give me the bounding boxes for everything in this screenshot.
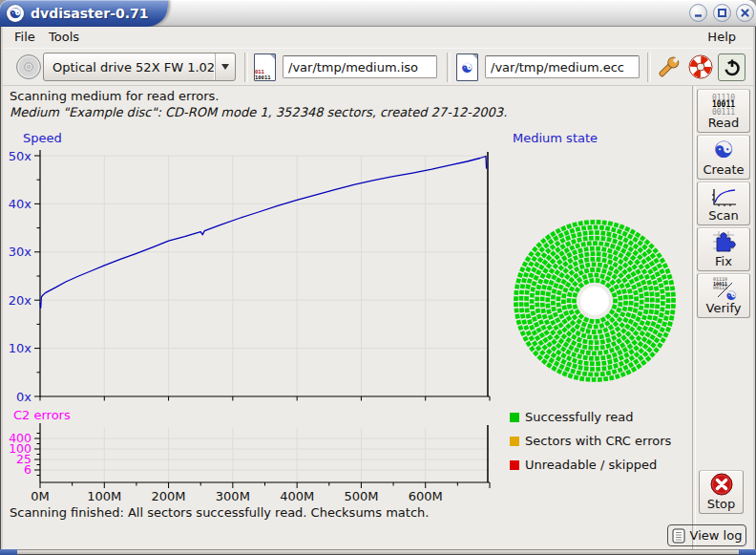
power-icon xyxy=(723,58,742,77)
puzzle-piece-icon xyxy=(710,229,737,254)
stop-icon xyxy=(709,472,734,497)
quit-button[interactable] xyxy=(718,53,746,81)
iso-path-field[interactable] xyxy=(283,55,437,78)
x-axis-label: 100M xyxy=(87,489,121,503)
dvdisaster-window: ☯ dvdisaster-0.71 File Tools Help Opti xyxy=(0,0,756,555)
x-axis-label: 0M xyxy=(31,489,50,503)
toolbar: Optical drive 52X FW 1.02 011 10011 0011… xyxy=(3,48,753,86)
status-message: Scanning finished: All sectors successfu… xyxy=(10,505,429,520)
speed-curve-icon xyxy=(709,187,738,208)
close-icon xyxy=(740,8,750,18)
medium-state-disc xyxy=(510,216,680,386)
ecc-file-icon: ☯ xyxy=(456,53,478,81)
medium-state-legend: Successfully read Sectors with CRC error… xyxy=(510,405,691,477)
create-button[interactable]: ☯ Create xyxy=(697,135,750,180)
binary-vs-yinyang-icon: 01110 10011 00111 ☯ xyxy=(709,276,738,301)
legend-swatch-green xyxy=(510,413,519,422)
disc-hub-hole xyxy=(580,287,609,315)
preferences-wrench-icon[interactable] xyxy=(655,53,682,82)
read-button[interactable]: 01110 10011 00111 Read xyxy=(697,89,750,133)
window-border-bottom xyxy=(0,549,756,555)
heading-line1: Scanning medium for read errors. xyxy=(10,89,219,103)
legend-item: Sectors with CRC errors xyxy=(510,429,691,453)
menu-file[interactable]: File xyxy=(10,27,39,48)
medium-state-title: Medium state xyxy=(513,131,598,145)
yin-yang-icon: ☯ xyxy=(713,138,734,162)
drive-selector-dropdown[interactable]: Optical drive 52X FW 1.02 xyxy=(43,53,236,81)
heading-line2: Medium "Example disc": CD-ROM mode 1, 35… xyxy=(10,105,507,119)
help-lifebelt-icon[interactable] xyxy=(687,53,714,80)
x-axis-label: 300M xyxy=(216,489,250,503)
view-log-label: View log xyxy=(690,528,743,543)
drive-selector-value: Optical drive 52X FW 1.02 xyxy=(44,60,215,75)
gridlines xyxy=(40,156,490,482)
tick-labels: 0x10x20x30x40x50x4001002560M100M200M300M… xyxy=(9,149,443,504)
ecc-path-field[interactable] xyxy=(485,55,640,78)
x-axis-label: 500M xyxy=(344,489,378,503)
chevron-down-icon xyxy=(221,64,229,70)
menu-tools[interactable]: Tools xyxy=(45,27,83,48)
toolbar-separator xyxy=(447,53,451,82)
titlebar-tab: ☯ dvdisaster-0.71 xyxy=(0,0,168,27)
legend-label: Unreadable / skipped xyxy=(525,458,657,472)
legend-label: Sectors with CRC errors xyxy=(525,434,671,448)
legend-item: Successfully read xyxy=(510,405,691,429)
legend-item: Unreadable / skipped xyxy=(510,453,691,477)
speed-y-label: 30x xyxy=(9,245,32,259)
menu-help[interactable]: Help xyxy=(704,27,740,48)
window-title: dvdisaster-0.71 xyxy=(31,6,149,21)
speed-y-label: 20x xyxy=(9,293,32,308)
minimize-icon xyxy=(693,8,704,18)
dropdown-arrow-box xyxy=(215,53,235,80)
doc-fold xyxy=(472,53,478,60)
speed-y-label: 40x xyxy=(9,197,32,211)
window-titlebar[interactable]: ☯ dvdisaster-0.71 xyxy=(0,0,756,27)
charts-canvas: 0x10x20x30x40x50x4001002560M100M200M300M… xyxy=(0,127,504,507)
app-yinyang-icon: ☯ xyxy=(7,5,24,22)
speed-y-label: 10x xyxy=(9,341,32,355)
action-heading: Scanning medium for read errors. Medium … xyxy=(3,86,688,128)
window-corner-right[interactable] xyxy=(739,549,756,555)
minimize-button[interactable] xyxy=(689,4,707,22)
legend-label: Successfully read xyxy=(525,410,633,424)
legend-swatch-red xyxy=(510,460,519,470)
iso-image-icon: 011 10011 00111 xyxy=(254,53,276,81)
speed-y-label: 50x xyxy=(9,149,32,163)
binary-digits-icon: 01110 10011 00111 xyxy=(712,95,735,117)
close-button[interactable] xyxy=(736,4,754,22)
legend-swatch-yellow xyxy=(510,437,519,446)
ecc-yinyang-glyph: ☯ xyxy=(461,60,473,75)
speed-y-label: 0x xyxy=(16,390,32,404)
window-corner-left[interactable] xyxy=(0,549,17,555)
doc-fold xyxy=(269,53,276,60)
axes xyxy=(40,150,490,482)
x-axis-label: 400M xyxy=(280,489,314,503)
iso-icon-binary-rows: 011 10011 00111 xyxy=(255,58,275,81)
c2-y-label: 6 xyxy=(24,462,32,477)
menubar: File Tools Help xyxy=(3,27,753,48)
fix-button[interactable]: Fix xyxy=(697,227,750,271)
maximize-button[interactable] xyxy=(713,4,731,22)
stop-button[interactable]: Stop xyxy=(699,470,744,514)
speed-curve xyxy=(40,157,487,309)
optical-drive-icon xyxy=(15,53,42,80)
maximize-icon xyxy=(717,8,727,18)
toolbar-separator xyxy=(647,53,651,82)
verify-button[interactable]: 01110 10011 00111 ☯ Verify xyxy=(697,273,750,318)
toolbar-separator xyxy=(244,53,248,82)
x-axis-label: 600M xyxy=(409,489,443,503)
log-list-icon xyxy=(672,528,685,544)
sidebar-divider xyxy=(692,86,696,549)
x-axis-label: 200M xyxy=(152,489,186,503)
view-log-button[interactable]: View log xyxy=(667,524,746,546)
scan-button[interactable]: Scan xyxy=(697,181,750,225)
